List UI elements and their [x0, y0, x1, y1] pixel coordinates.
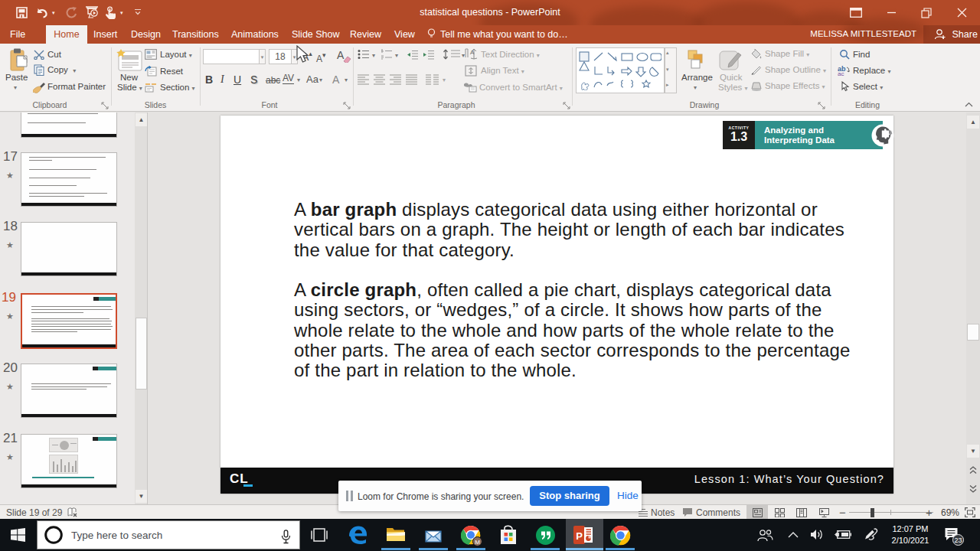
- svg-text:M: M: [475, 539, 480, 546]
- svg-text:ac: ac: [838, 70, 844, 76]
- svg-text:A: A: [470, 49, 475, 56]
- svg-text:P: P: [576, 530, 583, 542]
